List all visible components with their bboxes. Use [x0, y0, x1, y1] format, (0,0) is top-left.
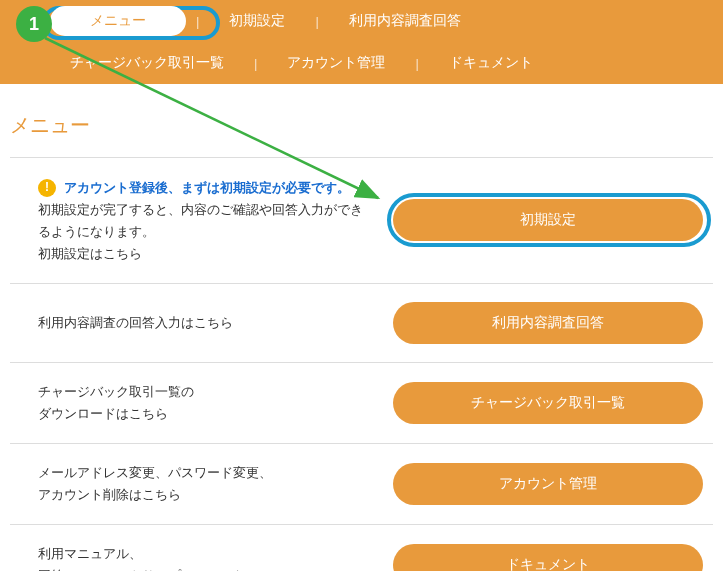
nav-document[interactable]: ドキュメント	[419, 54, 563, 72]
chargeback-button[interactable]: チャージバック取引一覧	[393, 382, 703, 424]
nav-initial-settings[interactable]: 初期設定	[199, 12, 315, 30]
menu-section-document: 利用マニュアル、 回答フォーマットサンプルはこちら ドキュメント	[10, 524, 713, 571]
nav-account[interactable]: アカウント管理	[257, 54, 415, 72]
info-title: アカウント登録後、まずは初期設定が必要です。	[64, 180, 350, 195]
section-desc: 回答フォーマットサンプルはこちら	[38, 565, 373, 571]
section-text: 利用マニュアル、 回答フォーマットサンプルはこちら	[10, 543, 393, 571]
menu-section-survey: 利用内容調査の回答入力はこちら 利用内容調査回答	[10, 283, 713, 362]
nav-survey[interactable]: 利用内容調査回答	[319, 12, 491, 30]
section-desc: 初期設定はこちら	[38, 243, 373, 265]
document-button[interactable]: ドキュメント	[393, 544, 703, 571]
step-badge-number: 1	[29, 14, 39, 35]
header-row-1: メニュー | 初期設定 | 利用内容調査回答	[0, 0, 723, 42]
page-title: メニュー	[0, 84, 723, 157]
section-text: 利用内容調査の回答入力はこちら	[10, 312, 393, 334]
menu-section-account: メールアドレス変更、パスワード変更、 アカウント削除はこちら アカウント管理	[10, 443, 713, 524]
survey-button[interactable]: 利用内容調査回答	[393, 302, 703, 344]
section-action: チャージバック取引一覧	[393, 382, 713, 424]
header-nav: 1 メニュー | 初期設定 | 利用内容調査回答 チャージバック取引一覧 | ア…	[0, 0, 723, 84]
menu-section-chargeback: チャージバック取引一覧の ダウンロードはこちら チャージバック取引一覧	[10, 362, 713, 443]
header-row-2: チャージバック取引一覧 | アカウント管理 | ドキュメント	[0, 42, 723, 84]
step-badge: 1	[16, 6, 52, 42]
section-action: 利用内容調査回答	[393, 302, 713, 344]
section-desc: アカウント削除はこちら	[38, 484, 373, 506]
section-desc: ダウンロードはこちら	[38, 403, 373, 425]
section-action: ドキュメント	[393, 544, 713, 571]
section-desc: 利用マニュアル、	[38, 543, 373, 565]
nav-chargeback[interactable]: チャージバック取引一覧	[40, 54, 254, 72]
section-text: チャージバック取引一覧の ダウンロードはこちら	[10, 381, 393, 425]
section-action: 初期設定	[393, 199, 713, 241]
menu-section-initial-settings: ! アカウント登録後、まずは初期設定が必要です。 初期設定が完了すると、内容のご…	[10, 157, 713, 283]
info-icon: !	[38, 179, 56, 197]
section-text: メールアドレス変更、パスワード変更、 アカウント削除はこちら	[10, 462, 393, 506]
section-text: ! アカウント登録後、まずは初期設定が必要です。 初期設定が完了すると、内容のご…	[10, 176, 393, 265]
section-desc: チャージバック取引一覧の	[38, 381, 373, 403]
section-desc: メールアドレス変更、パスワード変更、	[38, 462, 373, 484]
section-desc: 初期設定が完了すると、内容のご確認や回答入力ができるようになります。	[38, 199, 373, 243]
account-button[interactable]: アカウント管理	[393, 463, 703, 505]
section-desc: 利用内容調査の回答入力はこちら	[38, 312, 373, 334]
initial-settings-button[interactable]: 初期設定	[393, 199, 703, 241]
nav-menu[interactable]: メニュー	[50, 6, 186, 36]
section-action: アカウント管理	[393, 463, 713, 505]
